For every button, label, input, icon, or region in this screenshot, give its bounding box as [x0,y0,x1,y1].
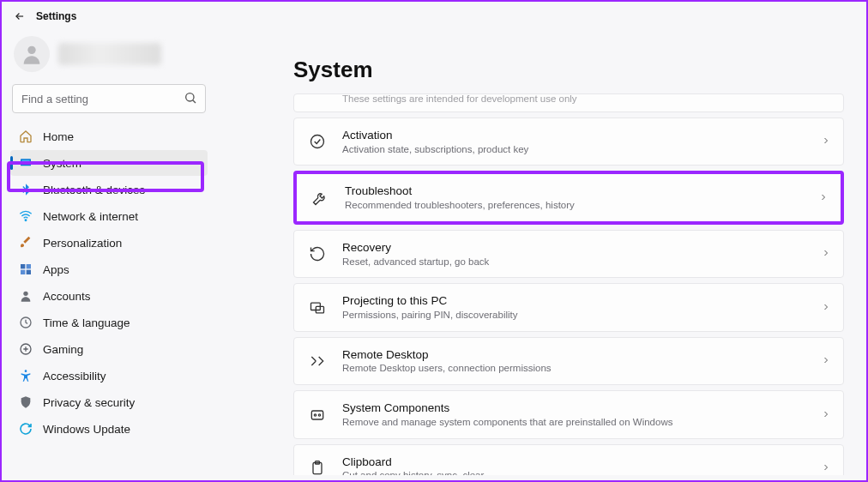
chevron-right-icon [821,461,831,475]
nav-label: Gaming [43,343,83,356]
nav-privacy[interactable]: Privacy & security [10,389,208,415]
card-remote-desktop[interactable]: Remote Desktop Remote Desktop users, con… [293,337,844,385]
nav-windows-update[interactable]: Windows Update [10,416,208,442]
account-name-redacted [58,43,161,65]
nav-time-language[interactable]: Time & language [10,310,208,335]
card-title: Clipboard [342,455,484,470]
nav-personalization[interactable]: Personalization [10,230,208,256]
svg-rect-3 [21,160,29,165]
svg-rect-5 [21,264,25,268]
nav-apps[interactable]: Apps [10,256,208,282]
card-title: Activation [342,128,528,143]
chevron-right-icon [821,300,831,316]
nav-label: System [43,157,81,170]
avatar [14,36,50,72]
card-title: System Components [342,401,672,416]
gaming-icon [19,342,33,356]
svg-rect-7 [21,270,25,274]
clock-icon [19,316,33,329]
svg-point-18 [318,413,320,415]
svg-point-13 [311,136,324,148]
nav-label: Windows Update [43,423,130,436]
home-icon [19,130,33,143]
nav-bluetooth[interactable]: Bluetooth & devices [10,177,208,202]
sidebar: Home System Bluetooth & devices Network … [2,26,216,475]
card-for-developers-cut[interactable]: These settings are intended for developm… [293,93,844,112]
svg-point-17 [314,413,316,415]
projecting-icon [308,298,327,317]
card-title: Projecting to this PC [342,293,518,309]
search-icon [184,91,197,108]
account-block[interactable] [10,31,208,84]
back-button[interactable] [14,10,26,22]
clipboard-icon [308,459,327,475]
card-sub: Reset, advanced startup, go back [342,256,489,268]
system-icon [19,156,33,170]
card-sub: Activation state, subscriptions, product… [342,143,528,156]
chevron-right-icon [821,246,831,262]
search-box[interactable] [12,84,206,113]
card-activation[interactable]: Activation Activation state, subscriptio… [293,117,844,166]
brush-icon [19,236,33,250]
app-title: Settings [36,10,76,22]
nav-network[interactable]: Network & internet [10,203,208,229]
card-sub: Remote Desktop users, connection permiss… [342,362,552,375]
content-area: System These settings are intended for d… [216,26,866,475]
apps-icon [19,262,33,276]
nav-label: Home [43,130,74,143]
card-sub: Remove and manage system components that… [342,416,672,429]
nav-list: Home System Bluetooth & devices Network … [10,124,208,442]
nav-accessibility[interactable]: Accessibility [10,363,208,389]
chevron-right-icon [821,134,831,149]
svg-rect-8 [27,270,31,274]
svg-point-4 [25,220,27,221]
card-troubleshoot[interactable]: Troubleshoot Recommended troubleshooters… [293,171,844,224]
svg-point-9 [23,292,27,296]
card-projecting[interactable]: Projecting to this PC Permissions, pairi… [293,283,844,331]
nav-accounts[interactable]: Accounts [10,283,208,309]
card-sub: Cut and copy history, sync, clear [342,469,484,475]
card-title: Recovery [342,240,489,256]
card-title: Troubleshoot [345,184,575,199]
wrench-icon [310,189,329,208]
nav-system[interactable]: System [10,150,208,176]
svg-point-0 [27,46,35,54]
card-system-components[interactable]: System Components Remove and manage syst… [293,390,844,438]
card-recovery[interactable]: Recovery Reset, advanced startup, go bac… [293,230,844,278]
card-sub: Permissions, pairing PIN, discoverabilit… [342,309,518,322]
card-title: Remote Desktop [342,347,552,363]
svg-rect-16 [311,411,322,419]
nav-gaming[interactable]: Gaming [10,336,208,362]
nav-label: Apps [43,263,69,276]
wifi-icon [19,209,33,223]
search-input[interactable] [12,84,206,113]
chevron-right-icon [818,190,829,206]
card-clipboard[interactable]: Clipboard Cut and copy history, sync, cl… [293,444,844,475]
card-sub: Recommended troubleshooters, preferences… [345,199,575,212]
nav-label: Privacy & security [43,396,135,409]
settings-card-list: These settings are intended for developm… [293,93,844,475]
svg-point-1 [186,93,194,101]
svg-point-12 [25,370,27,372]
components-icon [308,406,327,425]
chevron-right-icon [821,407,831,423]
chevron-right-icon [821,353,831,369]
nav-home[interactable]: Home [10,124,208,149]
recovery-icon [308,244,327,263]
update-icon [19,422,33,436]
nav-label: Network & internet [43,210,138,223]
svg-rect-6 [27,264,31,268]
nav-label: Bluetooth & devices [43,184,145,196]
nav-label: Accounts [43,290,91,303]
person-icon [19,289,33,303]
card-sub: These settings are intended for developm… [308,93,577,104]
check-circle-icon [308,132,327,151]
shield-icon [19,395,33,409]
remote-desktop-icon [308,352,327,371]
nav-label: Accessibility [43,370,106,383]
bluetooth-icon [19,183,33,196]
accessibility-icon [19,369,33,383]
page-title: System [293,57,844,83]
nav-label: Time & language [43,316,130,329]
nav-label: Personalization [43,237,122,250]
